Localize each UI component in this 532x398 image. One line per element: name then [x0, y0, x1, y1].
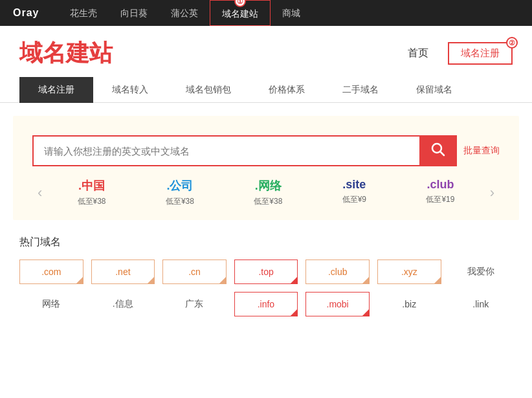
svg-line-1 — [441, 152, 445, 156]
hot-tag-club[interactable]: .club — [305, 260, 370, 284]
domain-ext-site: .site — [342, 178, 366, 192]
domain-item-gongsi: .公司 低至¥38 — [166, 178, 194, 207]
hot-row-2: 网络 .信息 广东 .info .mobi .biz .link — [19, 292, 513, 316]
tab-domain-transfer[interactable]: 域名转入 — [93, 77, 167, 103]
hot-section: 热门域名 .com .net .cn .top .club .xyz 我爱你 网… — [0, 220, 532, 329]
domain-price-zhongguo: 低至¥38 — [78, 196, 106, 207]
domain-ext-club: .club — [427, 178, 454, 192]
hot-text-biz[interactable]: .biz — [377, 293, 441, 316]
domain-item-wangluo: .网络 低至¥38 — [254, 178, 282, 207]
domain-price-gongsi: 低至¥38 — [166, 196, 194, 207]
hot-tag-info[interactable]: .info — [234, 292, 298, 316]
domain-ext-gongsi: .公司 — [166, 178, 193, 193]
hot-text-woaini[interactable]: 我爱你 — [449, 260, 513, 284]
domain-price-row: ‹ .中国 低至¥38 .公司 低至¥38 .网络 低至¥38 .site 低至… — [32, 178, 500, 207]
tab-bar: 域名注册 域名转入 域名包销包 价格体系 二手域名 保留域名 — [0, 77, 532, 103]
search-row: 批量查询 — [32, 135, 500, 166]
domain-price-club: 低至¥19 — [426, 194, 454, 205]
arrow-left[interactable]: ‹ — [32, 184, 47, 201]
hot-text-guangdong[interactable]: 广东 — [162, 292, 227, 316]
register-badge: ② — [506, 37, 518, 49]
home-link[interactable]: 首页 — [408, 47, 428, 60]
hot-row-1: .com .net .cn .top .club .xyz 我爱你 — [19, 260, 513, 284]
bulk-query-link[interactable]: 批量查询 — [463, 145, 500, 157]
domain-item-zhongguo: .中国 低至¥38 — [78, 178, 106, 207]
domain-list: .中国 低至¥38 .公司 低至¥38 .网络 低至¥38 .site 低至¥9… — [47, 178, 484, 207]
search-section: 批量查询 ‹ .中国 低至¥38 .公司 低至¥38 .网络 低至¥38 .si… — [13, 116, 519, 220]
hot-tag-cn[interactable]: .cn — [162, 260, 227, 284]
nav-item-pugongying[interactable]: 蒲公英 — [159, 0, 210, 26]
hot-tag-mobi[interactable]: .mobi — [305, 292, 370, 316]
hot-tag-top[interactable]: .top — [234, 260, 298, 284]
hot-tag-com[interactable]: .com — [19, 260, 83, 284]
nav-item-xiangrikui[interactable]: 向日葵 — [109, 0, 159, 26]
logo[interactable]: Oray — [13, 7, 39, 19]
tab-second-hand[interactable]: 二手域名 — [324, 77, 397, 103]
page-title: 域名建站 — [19, 38, 113, 69]
domain-item-club: .club 低至¥19 — [426, 178, 454, 207]
header-right: 首页 域名注册 ② — [408, 42, 513, 65]
tab-price-system[interactable]: 价格体系 — [250, 77, 324, 103]
domain-ext-wangluo: .网络 — [255, 178, 282, 193]
nav-item-shangcheng[interactable]: 商城 — [271, 0, 312, 26]
domain-price-wangluo: 低至¥38 — [254, 196, 282, 207]
hot-domain-grid: .com .net .cn .top .club .xyz 我爱你 网络 .信息… — [19, 260, 513, 316]
nav-item-huashengke[interactable]: 花生壳 — [58, 0, 109, 26]
tab-domain-register[interactable]: 域名注册 — [19, 77, 93, 103]
domain-ext-zhongguo: .中国 — [78, 178, 105, 193]
domain-item-site: .site 低至¥9 — [342, 178, 366, 207]
top-nav: Oray 花生壳 向日葵 蒲公英 域名建站 ① 商城 — [0, 0, 532, 26]
search-input[interactable] — [34, 137, 419, 165]
domain-price-site: 低至¥9 — [342, 194, 366, 205]
hot-title: 热门域名 — [19, 236, 513, 249]
tab-domain-package[interactable]: 域名包销包 — [167, 77, 250, 103]
tab-reserved-domain[interactable]: 保留域名 — [397, 77, 471, 103]
search-button[interactable] — [419, 135, 456, 166]
register-button[interactable]: 域名注册 ② — [448, 42, 513, 65]
nav-badge-1: ① — [234, 0, 246, 7]
search-input-wrap — [32, 135, 457, 166]
hot-text-xinxi[interactable]: .信息 — [91, 292, 155, 316]
page-header: 域名建站 首页 域名注册 ② — [0, 26, 532, 77]
search-icon — [430, 141, 445, 160]
arrow-right[interactable]: › — [485, 184, 500, 201]
hot-tag-net[interactable]: .net — [91, 260, 155, 284]
hot-text-link[interactable]: .link — [449, 293, 513, 316]
hot-tag-xyz[interactable]: .xyz — [377, 260, 441, 284]
nav-item-yumingjingzhan[interactable]: 域名建站 ① — [210, 0, 271, 26]
hot-text-wangluo[interactable]: 网络 — [19, 292, 83, 316]
